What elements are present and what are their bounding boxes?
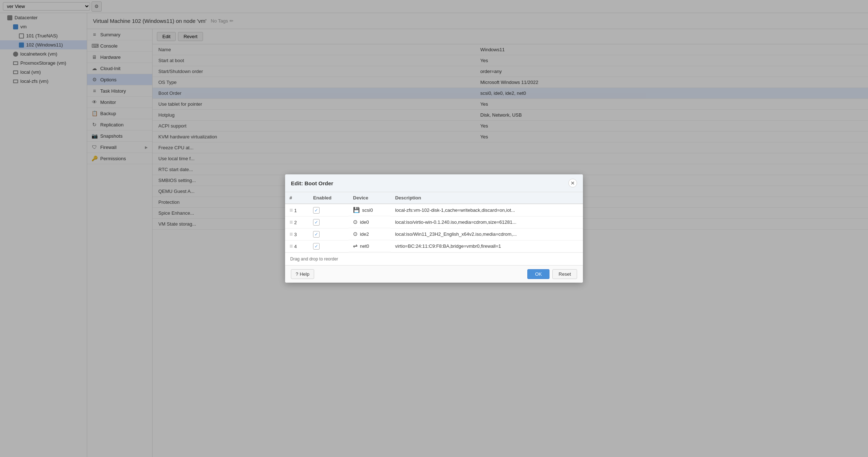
- app-container: ver View ⚙ Datacenter vm 101 (TrueNAS) 1…: [0, 0, 868, 457]
- device-name: net0: [360, 243, 369, 249]
- device-type-icon: 💾: [353, 207, 360, 213]
- col-device: Device: [349, 192, 391, 204]
- device-cell: ⇌ net0: [349, 240, 391, 252]
- drag-hint: Drag and drop to reorder: [285, 252, 583, 265]
- enabled-cell[interactable]: ✓: [309, 216, 349, 228]
- boot-order-row: ≡ 3 ✓ ⊙ ide2 local:iso/Win11_23H2_Englis…: [285, 228, 583, 240]
- drag-handle-cell[interactable]: ≡ 1: [285, 204, 309, 216]
- boot-order-row: ≡ 4 ✓ ⇌ net0 virtio=BC:24:11:C9:F8:BA,br…: [285, 240, 583, 252]
- boot-order-modal: Edit: Boot Order ✕ # Enabled Device Desc…: [285, 174, 583, 283]
- device-cell: ⊙ ide2: [349, 228, 391, 240]
- modal-close-button[interactable]: ✕: [568, 179, 577, 187]
- device-name: ide2: [360, 231, 369, 237]
- ok-button[interactable]: OK: [527, 269, 549, 279]
- drag-handle-cell[interactable]: ≡ 2: [285, 216, 309, 228]
- help-icon: ?: [296, 271, 298, 277]
- enabled-cell[interactable]: ✓: [309, 204, 349, 216]
- col-description: Description: [391, 192, 583, 204]
- device-type-icon: ⊙: [353, 231, 358, 237]
- device-name: scsi0: [362, 207, 373, 213]
- enabled-cell[interactable]: ✓: [309, 228, 349, 240]
- modal-title: Edit: Boot Order: [291, 180, 333, 186]
- col-hash: #: [285, 192, 309, 204]
- help-label: Help: [300, 271, 309, 277]
- reset-button[interactable]: Reset: [552, 269, 577, 279]
- device-cell: ⊙ ide0: [349, 216, 391, 228]
- drag-handle-cell[interactable]: ≡ 3: [285, 228, 309, 240]
- enabled-cell[interactable]: ✓: [309, 240, 349, 252]
- device-type-icon: ⊙: [353, 219, 358, 225]
- footer-left: ? Help: [291, 269, 314, 279]
- modal-footer: ? Help OK Reset: [285, 265, 583, 283]
- boot-order-row: ≡ 1 ✓ 💾 scsi0 local-zfs:vm-102-disk-1,ca…: [285, 204, 583, 216]
- description-cell: virtio=BC:24:11:C9:F8:BA,bridge=vmbr0,fi…: [391, 240, 583, 252]
- modal-overlay: Edit: Boot Order ✕ # Enabled Device Desc…: [0, 0, 868, 457]
- device-cell: 💾 scsi0: [349, 204, 391, 216]
- help-button[interactable]: ? Help: [291, 269, 314, 279]
- modal-header: Edit: Boot Order ✕: [285, 174, 583, 192]
- description-cell: local-zfs:vm-102-disk-1,cache=writeback,…: [391, 204, 583, 216]
- description-cell: local:iso/virtio-win-0.1.240.iso,media=c…: [391, 216, 583, 228]
- boot-order-table: # Enabled Device Description ≡ 1 ✓ 💾 scs…: [285, 192, 583, 252]
- description-cell: local:iso/Win11_23H2_English_x64v2.iso,m…: [391, 228, 583, 240]
- device-type-icon: ⇌: [353, 243, 358, 249]
- device-name: ide0: [360, 219, 369, 225]
- modal-body: # Enabled Device Description ≡ 1 ✓ 💾 scs…: [285, 192, 583, 265]
- footer-right: OK Reset: [527, 269, 577, 279]
- col-enabled: Enabled: [309, 192, 349, 204]
- boot-order-row: ≡ 2 ✓ ⊙ ide0 local:iso/virtio-win-0.1.24…: [285, 216, 583, 228]
- drag-handle-cell[interactable]: ≡ 4: [285, 240, 309, 252]
